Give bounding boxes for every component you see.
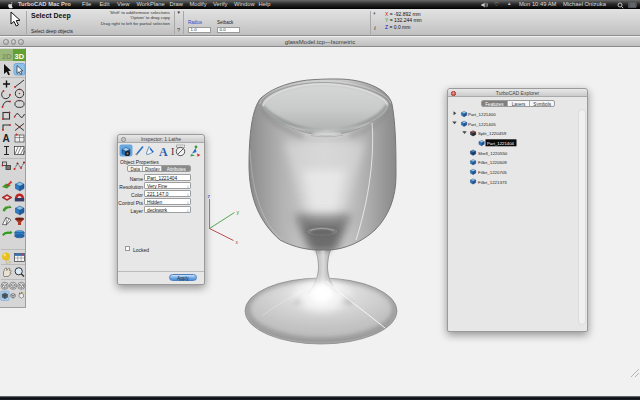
svg-text:Split_1220459: Split_1220459 <box>478 131 507 136</box>
svg-text:I: I <box>171 146 174 157</box>
svg-text:Part_1221405: Part_1221405 <box>468 122 496 127</box>
svg-text:3D: 3D <box>15 52 25 61</box>
svg-text:x: x <box>236 239 239 245</box>
svg-text:y: y <box>237 209 240 215</box>
svg-text:Fillet_1221373: Fillet_1221373 <box>478 180 507 185</box>
svg-text:A: A <box>3 133 10 144</box>
svg-text:A: A <box>159 145 168 158</box>
svg-text:Part_1221400: Part_1221400 <box>468 112 496 117</box>
svg-text:z: z <box>208 193 211 199</box>
svg-text:Fillet_1220609: Fillet_1220609 <box>478 160 507 165</box>
svg-text:Shell_1220550: Shell_1220550 <box>478 151 508 156</box>
svg-text:Part_1221404: Part_1221404 <box>487 141 515 146</box>
svg-text:Fillet_1220705: Fillet_1220705 <box>478 170 507 175</box>
svg-text:2D: 2D <box>2 52 12 61</box>
